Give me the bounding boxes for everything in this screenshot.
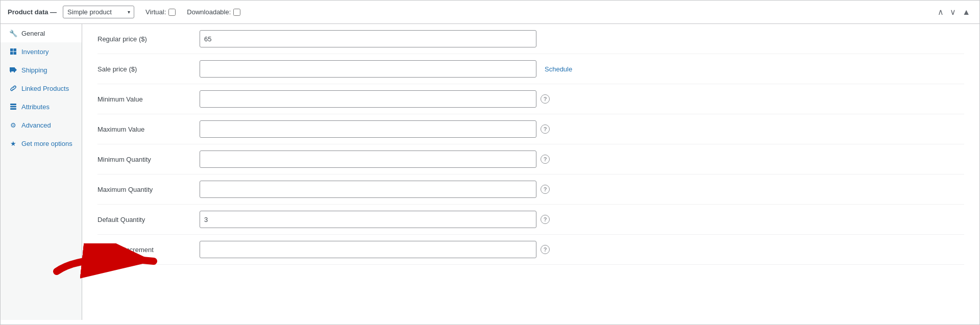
input-maximum-value[interactable] <box>200 120 536 138</box>
sidebar-label-advanced: Advanced <box>21 121 51 129</box>
label-quantity-increment: Quantity Increment <box>97 246 200 254</box>
form-row-minimum-quantity: Minimum Quantity ? <box>97 144 964 174</box>
schedule-link[interactable]: Schedule <box>545 65 572 73</box>
input-quantity-increment[interactable] <box>200 241 536 258</box>
svg-rect-6 <box>10 71 11 72</box>
label-default-quantity: Default Quantity <box>97 216 200 223</box>
product-type-wrapper[interactable]: Simple product ▾ <box>63 6 134 18</box>
input-minimum-value[interactable] <box>200 90 536 108</box>
field-regular-price <box>200 30 964 47</box>
label-maximum-value: Maximum Value <box>97 126 200 133</box>
form-row-maximum-quantity: Maximum Quantity ? <box>97 174 964 205</box>
sidebar-item-general[interactable]: 🔧 General <box>1 24 82 42</box>
label-minimum-quantity: Minimum Quantity <box>97 156 200 163</box>
help-icon-default-quantity[interactable]: ? <box>541 215 550 224</box>
input-default-quantity[interactable] <box>200 211 536 228</box>
svg-rect-0 <box>10 48 13 52</box>
downloadable-label: Downloadable: <box>187 8 231 16</box>
help-icon-minimum-quantity[interactable]: ? <box>541 155 550 164</box>
panel-body: 🔧 General Inventory <box>1 24 979 320</box>
panel-header: Product data — Simple product ▾ Virtual:… <box>1 1 979 24</box>
shipping-icon <box>9 66 17 74</box>
svg-rect-10 <box>10 108 16 110</box>
product-data-panel: Product data — Simple product ▾ Virtual:… <box>0 0 980 325</box>
virtual-label: Virtual: <box>145 8 166 16</box>
input-sale-price[interactable] <box>200 60 536 78</box>
virtual-checkbox[interactable] <box>168 9 176 16</box>
field-minimum-value: ? <box>200 90 964 108</box>
svg-rect-9 <box>10 106 16 108</box>
collapse-down-button[interactable]: ∨ <box>948 7 958 17</box>
attributes-icon <box>9 103 17 111</box>
panel-title: Product data — <box>8 8 57 16</box>
svg-rect-2 <box>10 52 13 55</box>
star-icon: ★ <box>9 139 17 147</box>
help-icon-quantity-increment[interactable]: ? <box>541 245 550 254</box>
sidebar: 🔧 General Inventory <box>1 24 82 320</box>
sidebar-label-linked-products: Linked Products <box>21 85 69 92</box>
sidebar-item-get-more-options[interactable]: ★ Get more options <box>1 134 82 153</box>
svg-rect-4 <box>10 67 15 71</box>
form-row-maximum-value: Maximum Value ? <box>97 114 964 144</box>
field-minimum-quantity: ? <box>200 151 964 168</box>
svg-marker-5 <box>15 68 17 72</box>
form-row-quantity-increment: Quantity Increment ? <box>97 235 964 265</box>
downloadable-checkbox[interactable] <box>233 9 240 16</box>
help-icon-maximum-value[interactable]: ? <box>541 124 550 134</box>
form-row-minimum-value: Minimum Value ? <box>97 84 964 114</box>
field-default-quantity: ? <box>200 211 964 228</box>
sidebar-item-attributes[interactable]: Attributes <box>1 97 82 116</box>
svg-rect-8 <box>10 104 16 105</box>
gear-icon: ⚙ <box>9 121 17 129</box>
collapse-button[interactable]: ▲ <box>960 7 972 17</box>
input-minimum-quantity[interactable] <box>200 151 536 168</box>
svg-rect-1 <box>14 48 17 52</box>
form-row-default-quantity: Default Quantity ? <box>97 205 964 235</box>
virtual-checkbox-group: Virtual: <box>145 8 176 16</box>
sidebar-item-inventory[interactable]: Inventory <box>1 42 82 61</box>
inventory-icon <box>9 47 17 56</box>
form-row-regular-price: Regular price ($) <box>97 24 964 54</box>
sidebar-label-get-more-options: Get more options <box>21 140 72 147</box>
form-row-sale-price: Sale price ($) Schedule <box>97 54 964 84</box>
input-maximum-quantity[interactable] <box>200 181 536 198</box>
label-sale-price: Sale price ($) <box>97 65 200 73</box>
help-icon-maximum-quantity[interactable]: ? <box>541 185 550 194</box>
label-regular-price: Regular price ($) <box>97 35 200 43</box>
sidebar-label-attributes: Attributes <box>21 103 50 111</box>
label-maximum-quantity: Maximum Quantity <box>97 186 200 193</box>
downloadable-checkbox-group: Downloadable: <box>187 8 240 16</box>
main-content: Regular price ($) Sale price ($) Schedul… <box>82 24 979 320</box>
sidebar-label-shipping: Shipping <box>21 66 47 74</box>
sidebar-label-inventory: Inventory <box>21 48 48 56</box>
label-minimum-value: Minimum Value <box>97 95 200 103</box>
link-icon <box>9 84 17 92</box>
svg-rect-7 <box>14 71 15 72</box>
field-maximum-value: ? <box>200 120 964 138</box>
product-type-select[interactable]: Simple product <box>63 6 134 18</box>
wrench-icon: 🔧 <box>9 29 17 37</box>
field-maximum-quantity: ? <box>200 181 964 198</box>
sidebar-label-general: General <box>21 30 45 37</box>
collapse-up-button[interactable]: ∧ <box>936 7 946 17</box>
input-regular-price[interactable] <box>200 30 536 47</box>
sidebar-item-linked-products[interactable]: Linked Products <box>1 79 82 97</box>
panel-header-actions: ∧ ∨ ▲ <box>936 7 972 17</box>
field-quantity-increment: ? <box>200 241 964 258</box>
field-sale-price: Schedule <box>200 60 964 78</box>
sidebar-item-advanced[interactable]: ⚙ Advanced <box>1 116 82 134</box>
sidebar-item-shipping[interactable]: Shipping <box>1 61 82 79</box>
svg-rect-3 <box>14 52 17 55</box>
help-icon-minimum-value[interactable]: ? <box>541 94 550 104</box>
